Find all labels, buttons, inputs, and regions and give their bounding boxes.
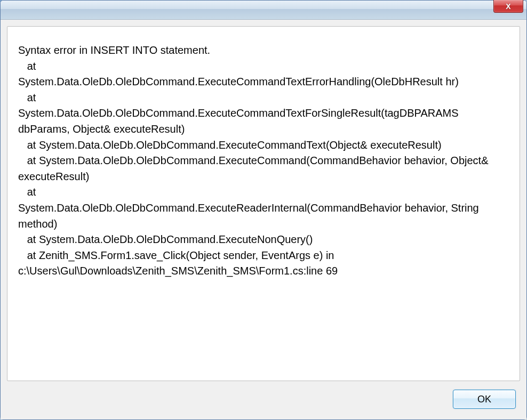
message-panel: Syntax error in INSERT INTO statement. a… bbox=[7, 26, 520, 381]
close-button[interactable]: X bbox=[493, 0, 523, 13]
button-row: OK bbox=[7, 387, 520, 413]
titlebar: X bbox=[1, 1, 526, 20]
close-icon: X bbox=[506, 2, 510, 11]
error-message-text: Syntax error in INSERT INTO statement. a… bbox=[18, 43, 509, 279]
ok-button[interactable]: OK bbox=[453, 390, 516, 409]
content-area: Syntax error in INSERT INTO statement. a… bbox=[1, 20, 526, 419]
message-dialog: X Syntax error in INSERT INTO statement.… bbox=[0, 0, 527, 420]
